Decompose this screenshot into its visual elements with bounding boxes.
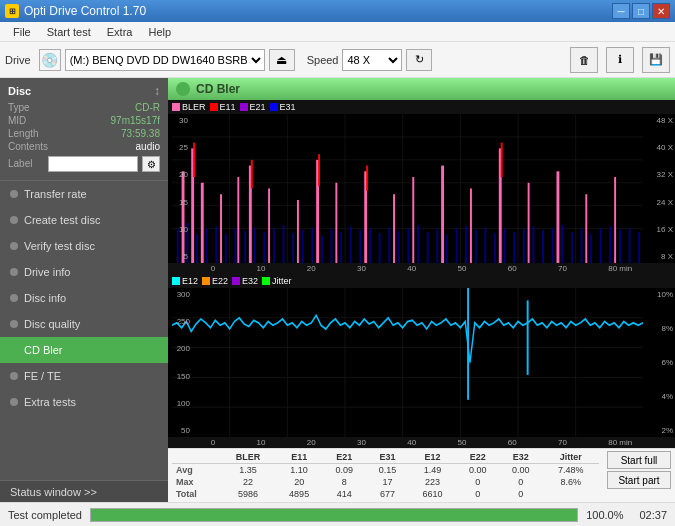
speed-label: Speed (307, 54, 339, 66)
svg-rect-33 (379, 233, 381, 263)
maximize-button[interactable]: □ (632, 3, 650, 19)
col-header-jitter: Jitter (542, 451, 599, 464)
col-header-e11: E11 (275, 451, 322, 464)
speed-select[interactable]: 48 X (342, 49, 402, 71)
svg-rect-49 (532, 226, 534, 263)
menu-extra[interactable]: Extra (99, 24, 141, 40)
svg-rect-15 (206, 229, 208, 263)
toolbar-btn-1[interactable]: 🗑 (570, 47, 598, 73)
status-bar: Test completed 100.0% 02:37 (0, 502, 675, 526)
sidebar-item-extra-tests[interactable]: Extra tests (0, 389, 168, 415)
svg-rect-83 (318, 154, 320, 186)
svg-rect-43 (475, 230, 477, 263)
sidebar-item-disc-quality[interactable]: Disc quality (0, 311, 168, 337)
svg-rect-59 (629, 229, 631, 263)
top-chart-y-axis: 48 X 40 X 32 X 24 X 16 X 8 X (643, 114, 675, 263)
svg-rect-82 (251, 160, 253, 189)
svg-rect-14 (196, 234, 198, 263)
toolbar-btn-2[interactable]: ℹ (606, 47, 634, 73)
menu-help[interactable]: Help (140, 24, 179, 40)
svg-rect-77 (528, 183, 530, 263)
sidebar-label: FE / TE (24, 370, 61, 382)
toolbar: Drive 💿 (M:) BENQ DVD DD DW1640 BSRB ⏏ S… (0, 42, 675, 78)
svg-rect-26 (311, 227, 313, 263)
status-window-label: Status window >> (10, 486, 97, 498)
svg-rect-70 (335, 183, 337, 263)
status-window-button[interactable]: Status window >> (0, 480, 168, 502)
disc-panel: Disc ↕ Type CD-R MID 97m15s17f Length 73… (0, 78, 168, 181)
svg-rect-57 (609, 226, 611, 263)
legend-e21: E21 (240, 102, 266, 112)
table-row-total: Total 5986 4895 414 677 6610 0 0 (172, 488, 599, 500)
dot-icon (10, 346, 18, 354)
svg-rect-22 (273, 229, 275, 263)
bottom-chart-y-left: 300 250 200 150 100 50 (168, 288, 192, 437)
svg-rect-44 (484, 227, 486, 263)
svg-rect-53 (571, 232, 573, 263)
disc-collapse-icon[interactable]: ↕ (154, 84, 160, 98)
disc-label-icon-btn[interactable]: ⚙ (142, 156, 160, 172)
svg-rect-25 (302, 230, 304, 263)
dot-icon (10, 294, 18, 302)
speed-arrow-button[interactable]: ↻ (406, 49, 432, 71)
svg-rect-75 (470, 189, 472, 264)
drive-icon: 💿 (39, 49, 61, 71)
svg-rect-58 (619, 230, 621, 263)
sidebar-item-cd-bler[interactable]: CD Bler (0, 337, 168, 363)
legend-e12: E12 (172, 276, 198, 286)
disc-contents-value: audio (136, 141, 160, 152)
bottom-chart: 10% 8% 6% 4% 2% 300 250 200 150 100 50 (168, 288, 675, 437)
disc-label-input[interactable] (48, 156, 138, 172)
svg-rect-36 (408, 229, 410, 263)
sidebar-label: Verify test disc (24, 240, 95, 252)
svg-rect-31 (359, 230, 361, 263)
svg-rect-45 (494, 233, 496, 263)
svg-rect-68 (297, 200, 299, 263)
dot-icon (10, 216, 18, 224)
app-title: Opti Drive Control 1.70 (24, 4, 146, 18)
svg-rect-19 (244, 231, 246, 263)
disc-type-label: Type (8, 102, 30, 113)
start-part-button[interactable]: Start part (607, 471, 671, 489)
svg-rect-16 (215, 226, 217, 263)
drive-select[interactable]: (M:) BENQ DVD DD DW1640 BSRB (65, 49, 265, 71)
eject-button[interactable]: ⏏ (269, 49, 295, 71)
svg-rect-55 (590, 234, 592, 263)
svg-rect-47 (513, 232, 515, 263)
start-full-button[interactable]: Start full (607, 451, 671, 469)
menu-start-test[interactable]: Start test (39, 24, 99, 40)
sidebar-item-transfer-rate[interactable]: Transfer rate (0, 181, 168, 207)
svg-rect-46 (504, 229, 506, 263)
col-header-empty (172, 451, 221, 464)
legend-e31: E31 (270, 102, 296, 112)
sidebar-item-fe-te[interactable]: FE / TE (0, 363, 168, 389)
close-button[interactable]: ✕ (652, 3, 670, 19)
svg-rect-63 (201, 183, 204, 263)
sidebar-item-disc-info[interactable]: Disc info (0, 285, 168, 311)
svg-rect-85 (501, 143, 503, 177)
top-x-axis: 0 10 20 30 40 50 60 70 80 min (168, 263, 675, 274)
bottom-chart-y-axis: 10% 8% 6% 4% 2% (643, 288, 675, 437)
svg-rect-54 (581, 229, 583, 263)
svg-rect-28 (331, 229, 333, 263)
table-row-avg: Avg 1.35 1.10 0.09 0.15 1.49 0.00 0.00 7… (172, 464, 599, 477)
svg-rect-23 (283, 225, 285, 263)
sidebar-label: Disc info (24, 292, 66, 304)
disc-contents-label: Contents (8, 141, 48, 152)
title-bar: ⊞ Opti Drive Control 1.70 ─ □ ✕ (0, 0, 675, 22)
sidebar-item-verify-test-disc[interactable]: Verify test disc (0, 233, 168, 259)
menu-file[interactable]: File (5, 24, 39, 40)
disc-length-label: Length (8, 128, 39, 139)
disc-title: Disc (8, 85, 31, 97)
top-chart-y-left: 30 25 20 15 10 5 (168, 114, 190, 263)
disc-type-value: CD-R (135, 102, 160, 113)
content-area: CD Bler BLER E11 E21 E31 (168, 78, 675, 502)
toolbar-btn-3[interactable]: 💾 (642, 47, 670, 73)
sidebar-item-create-test-disc[interactable]: Create test disc (0, 207, 168, 233)
svg-rect-32 (369, 229, 371, 263)
data-table-area: BLER E11 E21 E31 E12 E22 E32 Jitter Avg (168, 448, 675, 502)
top-chart: 48 X 40 X 32 X 24 X 16 X 8 X 30 25 20 15… (168, 114, 675, 263)
status-text: Test completed (8, 509, 82, 521)
minimize-button[interactable]: ─ (612, 3, 630, 19)
sidebar-item-drive-info[interactable]: Drive info (0, 259, 168, 285)
